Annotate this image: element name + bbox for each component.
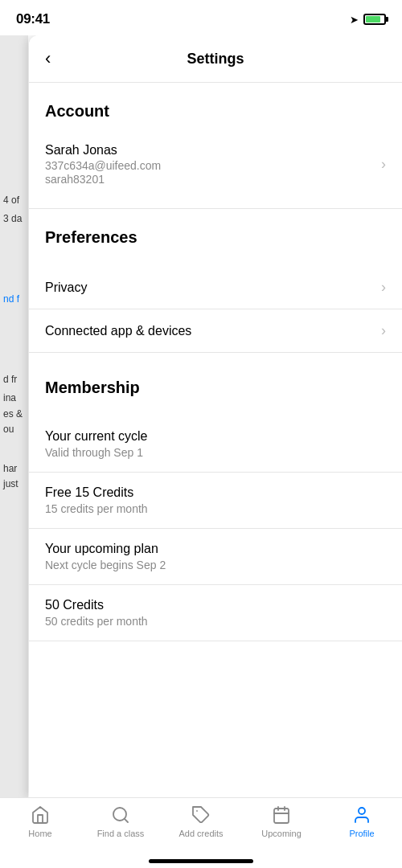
nav-item-home[interactable]: Home [0, 805, 80, 838]
profile-icon [351, 805, 372, 825]
battery-fill [366, 16, 380, 23]
current-cycle-subtitle: Valid through Sep 1 [45, 446, 386, 459]
profile-label: Profile [349, 829, 374, 838]
account-email: 337c634a@uifeed.com [45, 159, 381, 172]
account-username: sarah83201 [45, 173, 381, 186]
credits-50-subtitle: 50 credits per month [45, 615, 386, 628]
svg-point-7 [359, 808, 365, 814]
account-name: Sarah Jonas [45, 143, 381, 158]
current-cycle-title: Your current cycle [45, 429, 386, 444]
find-class-icon [110, 805, 131, 825]
home-label: Home [28, 829, 51, 838]
bottom-nav: Home Find a class Add credits [0, 797, 402, 868]
upcoming-plan-item: Your upcoming plan Next cycle begins Sep… [29, 529, 402, 585]
free-credits-item: Free 15 Credits 15 credits per month [29, 473, 402, 529]
membership-section: Membership [29, 359, 402, 416]
upcoming-plan-title: Your upcoming plan [45, 542, 386, 556]
free-credits-subtitle: 15 credits per month [45, 502, 386, 515]
privacy-chevron-icon: › [381, 279, 386, 296]
membership-section-title: Membership [45, 379, 386, 397]
status-icons: ➤ [350, 14, 386, 26]
account-chevron-icon: › [381, 156, 386, 173]
nav-item-upcoming[interactable]: Upcoming [241, 805, 322, 838]
preferences-section-title: Preferences [45, 228, 386, 247]
connected-apps-chevron-icon: › [381, 322, 386, 339]
current-cycle-item: Your current cycle Valid through Sep 1 [29, 416, 402, 473]
connected-apps-item[interactable]: Connected app & devices › [29, 309, 402, 353]
upcoming-plan-subtitle: Next cycle begins Sep 2 [45, 559, 386, 571]
account-info: Sarah Jonas 337c634a@uifeed.com sarah832… [45, 143, 381, 186]
upcoming-icon [271, 805, 292, 825]
svg-rect-3 [274, 809, 289, 823]
account-section-title: Account [45, 102, 386, 121]
upcoming-label: Upcoming [261, 829, 302, 838]
account-section: Account Sarah Jonas 337c634a@uifeed.com … [29, 83, 402, 202]
nav-item-find-class[interactable]: Find a class [80, 805, 161, 838]
status-time: 09:41 [16, 11, 50, 27]
add-credits-label: Add credits [178, 829, 223, 838]
credits-50-title: 50 Credits [45, 598, 386, 612]
location-icon: ➤ [350, 14, 359, 26]
privacy-item[interactable]: Privacy › [29, 266, 402, 309]
free-credits-title: Free 15 Credits [45, 485, 386, 500]
nav-item-profile[interactable]: Profile [322, 805, 402, 838]
settings-header: ‹ Settings [29, 35, 402, 83]
nav-item-add-credits[interactable]: Add credits [161, 805, 241, 838]
page-title: Settings [187, 51, 244, 68]
svg-line-1 [125, 819, 128, 822]
preferences-section: Preferences [29, 209, 402, 266]
main-content: ‹ Settings Account Sarah Jonas 337c634a@… [29, 35, 402, 797]
account-row[interactable]: Sarah Jonas 337c634a@uifeed.com sarah832… [45, 133, 386, 195]
add-credits-icon [191, 805, 211, 825]
privacy-label: Privacy [45, 280, 87, 295]
back-button[interactable]: ‹ [45, 48, 51, 69]
connected-apps-label: Connected app & devices [45, 324, 191, 338]
background-text: 4 of 3 da nd f d fr ina es & ou har just [3, 193, 23, 492]
find-class-label: Find a class [97, 829, 145, 838]
status-bar: 09:41 ➤ [0, 0, 402, 35]
credits-50-item: 50 Credits 50 credits per month [29, 585, 402, 641]
home-icon [30, 805, 51, 825]
home-indicator [149, 859, 253, 863]
battery-icon [363, 14, 386, 25]
